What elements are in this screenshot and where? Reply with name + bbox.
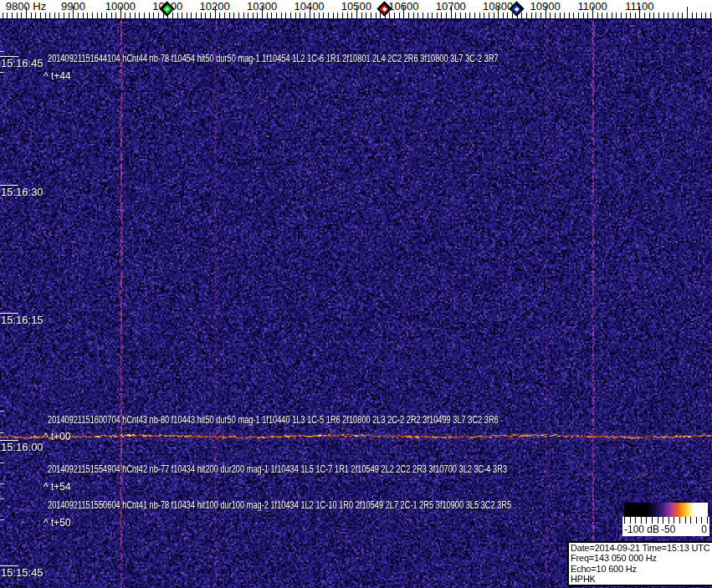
freq-tick-minor: [465, 13, 466, 18]
freq-tick-minor: [621, 13, 622, 18]
freq-tick-minor: [653, 13, 654, 18]
freq-tick-minor: [59, 13, 59, 18]
echo-annotation: 20140921151550604 hCnt41 nb-78 f10434 hi…: [48, 499, 511, 511]
freq-tick-minor: [135, 13, 136, 18]
freq-tick-minor: [658, 13, 659, 18]
freq-tick-minor: [64, 13, 64, 18]
freq-tick-minor: [97, 13, 98, 18]
freq-tick-minor: [626, 13, 627, 18]
freq-tick-minor: [229, 13, 230, 18]
echo-time-tick: [0, 432, 4, 433]
freq-tick-minor: [408, 13, 409, 18]
freq-tick-minor: [319, 13, 320, 18]
freq-label: 10400: [294, 0, 324, 13]
freq-tick-minor: [158, 13, 159, 18]
freq-tick-minor: [484, 13, 484, 18]
echo-time-tick: [0, 72, 4, 73]
time-label: 15:16:00: [1, 441, 44, 453]
spectrogram-app-window: 9800 Hz990010000101001020010300104001050…: [0, 0, 712, 588]
freq-tick-minor: [417, 13, 418, 18]
freq-tick-minor: [550, 13, 551, 18]
freq-tick-minor: [54, 13, 55, 18]
freq-tick-minor: [376, 13, 376, 18]
freq-tick-minor: [205, 13, 206, 18]
info-echo: Echo=10 600 Hz: [571, 564, 710, 574]
freq-tick-minor: [413, 13, 414, 18]
freq-tick-minor: [196, 13, 197, 18]
freq-tick-minor: [555, 13, 556, 18]
marker-red-diamond-icon[interactable]: [377, 2, 392, 17]
time-label: 15:16:30: [1, 186, 44, 198]
freq-tick-minor: [337, 13, 338, 18]
freq-tick-minor: [531, 13, 532, 18]
color-scale-gradient: [624, 503, 708, 517]
marker-green-diamond-icon[interactable]: [160, 2, 175, 17]
color-scale-min-label: -100 dB: [624, 524, 659, 535]
freq-tick-minor: [115, 13, 116, 18]
freq-tick-minor: [366, 13, 366, 18]
freq-tick-minor: [705, 13, 706, 18]
freq-tick-minor: [540, 13, 541, 18]
freq-label: 10900: [530, 0, 561, 13]
freq-tick-minor: [69, 13, 69, 18]
freq-tick-minor: [361, 13, 362, 18]
freq-tick-minor: [597, 13, 598, 18]
freq-tick-minor: [692, 13, 693, 18]
time-label: 15:15:45: [1, 566, 44, 579]
freq-tick-minor: [564, 13, 565, 18]
freq-tick-minor: [153, 13, 154, 18]
info-date-time: Date=2014-09-21 Time=15:13 UTC: [571, 543, 710, 553]
freq-tick-minor: [673, 13, 674, 18]
freq-tick-minor: [578, 13, 579, 18]
freq-tick-minor: [602, 13, 602, 18]
freq-tick-minor: [469, 13, 470, 18]
freq-label: 10500: [341, 0, 371, 13]
freq-tick-minor: [35, 13, 36, 18]
echo-time-tick: [0, 483, 4, 484]
freq-tick-minor: [507, 13, 508, 18]
freq-tick-minor: [587, 13, 588, 18]
freq-tick-minor: [663, 13, 664, 18]
color-scale: -100 dB -50 0: [622, 503, 709, 536]
freq-tick-minor: [111, 13, 112, 18]
freq-tick-minor: [423, 13, 423, 18]
freq-label: 10000: [105, 0, 136, 13]
freq-tick-minor: [87, 13, 88, 18]
freq-tick-minor: [351, 13, 352, 18]
freq-label: 11100: [625, 0, 653, 13]
color-scale-mid-label: -50: [661, 524, 675, 535]
freq-tick-minor: [101, 13, 102, 18]
freq-tick-minor: [271, 13, 272, 18]
freq-tick-minor: [238, 13, 239, 18]
freq-tick-minor: [257, 13, 258, 18]
time-label: 15:16:15: [1, 314, 44, 326]
freq-tick-minor: [701, 13, 702, 18]
freq-tick-minor: [191, 13, 192, 18]
freq-tick-minor: [276, 13, 277, 18]
color-scale-ticks: [624, 517, 708, 524]
freq-label: 9900: [61, 0, 85, 13]
color-scale-labels: -100 dB -50 0: [622, 524, 709, 535]
freq-label: 9800 Hz: [6, 0, 46, 13]
freq-tick-minor: [7, 13, 8, 18]
freq-tick-minor: [696, 13, 697, 18]
freq-tick-minor: [371, 13, 371, 18]
freq-tick-minor: [149, 13, 150, 18]
freq-tick-minor: [432, 13, 433, 18]
freq-tick-minor: [201, 13, 202, 18]
freq-tick-minor: [347, 13, 348, 18]
freq-tick-minor: [300, 13, 300, 18]
freq-label: 10700: [436, 0, 466, 13]
freq-tick-minor: [328, 13, 329, 18]
freq-label: 10600: [388, 0, 418, 13]
freq-tick-minor: [219, 13, 220, 18]
freq-tick-minor: [678, 13, 679, 18]
freq-tick-minor: [305, 13, 305, 18]
frequency-ruler: 9800 Hz990010000101001020010300104001050…: [0, 0, 712, 18]
freq-tick-minor: [130, 13, 131, 18]
freq-tick-minor: [243, 13, 244, 18]
echo-time-pointer: ^ t+54: [44, 481, 71, 493]
freq-tick-minor: [253, 13, 254, 18]
freq-tick-minor: [17, 13, 18, 18]
marker-blue-diamond-icon[interactable]: [510, 2, 525, 17]
